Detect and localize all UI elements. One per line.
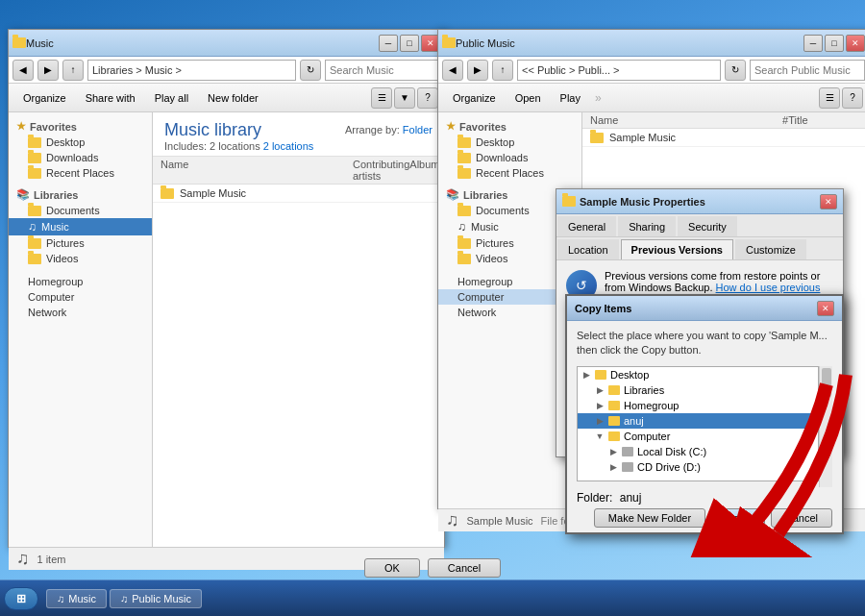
window1-sidebar: ★ Favorites Desktop Downloads Recent Pla… — [9, 112, 153, 547]
window1-help-btn[interactable]: ? — [417, 87, 438, 109]
window2-address-bar: ◀ ▶ ↑ << Public > Publi... > ↻ — [438, 57, 865, 84]
window2-sidebar-downloads[interactable]: Downloads — [438, 150, 581, 165]
locations-link[interactable]: 2 locations — [263, 140, 314, 152]
window1-sample-music[interactable]: Sample Music — [153, 185, 444, 203]
videos-icon — [28, 254, 41, 264]
window1-sidebar-homegroup[interactable]: Homegroup — [9, 274, 152, 289]
music-library-window: Music ─ □ ✕ ◀ ▶ ↑ Libraries > Music > ↻ … — [8, 29, 445, 548]
tree-homegroup[interactable]: ▶ Homegroup — [578, 398, 818, 413]
tab-location[interactable]: Location — [557, 239, 619, 259]
window1-sidebar-desktop[interactable]: Desktop — [9, 135, 152, 150]
window1-view-btn[interactable]: ☰ — [371, 87, 392, 109]
window2-search[interactable] — [750, 60, 865, 81]
window2-minimize[interactable]: ─ — [803, 35, 823, 52]
tab-sharing[interactable]: Sharing — [618, 216, 676, 236]
copy-close[interactable]: ✕ — [817, 301, 834, 316]
window2-open-btn[interactable]: Open — [507, 86, 550, 110]
window2-toolbar: Organize Open Play » ☰ ? — [438, 84, 865, 112]
tree-libraries[interactable]: ▶ Libraries — [578, 382, 818, 398]
window1-content: Music library Includes: 2 locations 2 lo… — [153, 112, 444, 547]
window1-play-btn[interactable]: Play all — [146, 86, 197, 110]
copy-tree-container: ▶ Desktop ▶ Libraries ▶ Homegroup ▶ — [577, 366, 832, 487]
window2-view-btn[interactable]: ☰ — [819, 87, 840, 109]
tab-previous-versions[interactable]: Previous Versions — [621, 239, 733, 259]
window2-organize-btn[interactable]: Organize — [444, 86, 505, 110]
window1-newfolder-btn[interactable]: New folder — [199, 86, 267, 110]
window2-titlebar: Public Music ─ □ ✕ — [438, 30, 865, 57]
copy-btn[interactable]: Copy — [711, 508, 765, 528]
tree-libraries-icon — [608, 385, 620, 395]
window2-sidebar-desktop[interactable]: Desktop — [438, 135, 581, 150]
window2-sample-music[interactable]: Sample Music — [582, 129, 865, 147]
window1-sidebar-videos[interactable]: Videos — [9, 251, 152, 266]
documents-icon — [28, 206, 41, 216]
taskbar-music[interactable]: ♫ Music — [46, 589, 107, 608]
window2-play-btn[interactable]: Play — [552, 86, 589, 110]
tab-security[interactable]: Security — [678, 216, 737, 236]
window1-search[interactable] — [325, 60, 440, 81]
w2-downloads-icon — [457, 153, 471, 163]
sample-music-folder-icon — [161, 188, 174, 199]
copy-body: Select the place where you want to copy … — [567, 321, 842, 535]
window2-favorites-header: ★ Favorites — [438, 116, 581, 135]
window1-share-btn[interactable]: Share with — [77, 86, 144, 110]
window2-sidebar-recent[interactable]: Recent Places — [438, 165, 581, 181]
window1-file-header: Name Contributing artists Album — [153, 157, 444, 185]
window1-sidebar-downloads[interactable]: Downloads — [9, 150, 152, 165]
window1-favorites-header: ★ Favorites — [9, 116, 152, 135]
tab-customize[interactable]: Customize — [735, 239, 806, 259]
window1-minimize[interactable]: ─ — [379, 35, 398, 52]
tree-anuj[interactable]: ▶ anuj — [578, 413, 818, 429]
props-icon — [562, 196, 576, 207]
window1-up[interactable]: ↑ — [62, 60, 84, 81]
copy-tree[interactable]: ▶ Desktop ▶ Libraries ▶ Homegroup ▶ — [577, 366, 819, 481]
start-button[interactable]: ⊞ — [4, 587, 38, 610]
w2-desktop-icon — [457, 137, 471, 148]
window1-view-toggle[interactable]: ▼ — [394, 87, 415, 109]
window2-title: Public Music — [456, 37, 803, 49]
tree-homegroup-icon — [608, 401, 620, 410]
window1-address-bar: ◀ ▶ ↑ Libraries > Music > ↻ — [9, 57, 444, 84]
window1-refresh[interactable]: ↻ — [300, 60, 321, 81]
bottom-buttons: OK Cancel — [0, 558, 865, 578]
window1-sidebar-computer[interactable]: Computer — [9, 289, 152, 305]
window1-sidebar-recent[interactable]: Recent Places — [9, 165, 152, 181]
window1-sidebar-documents[interactable]: Documents — [9, 203, 152, 218]
window1-libraries-header: 📚 Libraries — [9, 185, 152, 203]
tree-cd-drive[interactable]: ▶ CD Drive (D:) — [578, 459, 818, 475]
music-icon: ♫ — [28, 220, 37, 234]
window1-sidebar-pictures[interactable]: Pictures — [9, 235, 152, 251]
tree-desktop[interactable]: ▶ Desktop — [578, 367, 818, 382]
window1-breadcrumb[interactable]: Libraries > Music > — [87, 60, 296, 81]
window1-sidebar-music[interactable]: ♫ Music — [9, 218, 152, 235]
tree-anuj-icon — [608, 416, 620, 426]
window2-forward[interactable]: ▶ — [467, 60, 488, 81]
bottom-cancel-btn[interactable]: Cancel — [428, 558, 501, 578]
window2-close[interactable]: ✕ — [846, 35, 865, 52]
scrollbar-thumb — [822, 368, 831, 397]
ok-btn[interactable]: OK — [364, 558, 420, 578]
make-new-folder-btn[interactable]: Make New Folder — [594, 508, 705, 528]
window2-search-input[interactable] — [754, 64, 860, 76]
taskbar-public-music[interactable]: ♫ Public Music — [110, 589, 202, 608]
props-title: Sample Music Properties — [580, 196, 820, 208]
props-close[interactable]: ✕ — [820, 194, 837, 209]
window1-forward[interactable]: ▶ — [37, 60, 59, 81]
window2-breadcrumb[interactable]: << Public > Publi... > — [517, 60, 721, 81]
window1-sidebar-network[interactable]: Network — [9, 305, 152, 320]
window2-refresh[interactable]: ↻ — [725, 60, 746, 81]
tree-local-disk[interactable]: ▶ Local Disk (C:) — [578, 444, 818, 459]
window2-up[interactable]: ↑ — [492, 60, 513, 81]
window2-back[interactable]: ◀ — [442, 60, 463, 81]
tab-general[interactable]: General — [557, 216, 616, 236]
window1-search-input[interactable] — [330, 64, 435, 76]
window1-back[interactable]: ◀ — [12, 60, 34, 81]
tree-scrollbar[interactable] — [819, 366, 832, 487]
tree-computer[interactable]: ▼ Computer — [578, 429, 818, 444]
window2-help-btn[interactable]: ? — [842, 87, 863, 109]
window1-organize-btn[interactable]: Organize — [14, 86, 75, 110]
window1-maximize[interactable]: □ — [400, 35, 419, 52]
tree-local-disk-icon — [622, 447, 633, 456]
copy-cancel-btn[interactable]: Cancel — [771, 508, 832, 528]
window2-maximize[interactable]: □ — [825, 35, 844, 52]
